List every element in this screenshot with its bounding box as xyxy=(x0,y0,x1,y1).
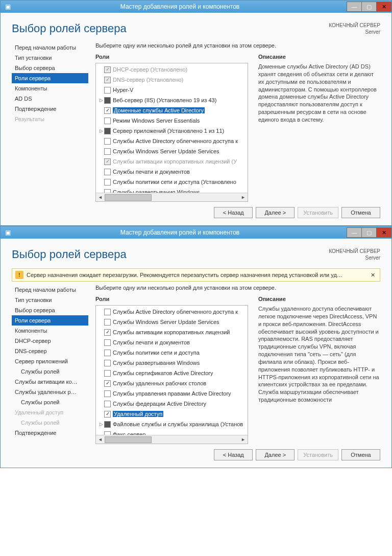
role-checkbox[interactable] xyxy=(104,118,111,124)
role-row[interactable]: Службы управления правами Active Directo… xyxy=(98,388,248,399)
next-button[interactable]: Далее > xyxy=(256,207,295,218)
role-checkbox[interactable] xyxy=(104,339,111,346)
role-row[interactable]: ▷Веб-сервер (IIS) (Установлено 19 из 43) xyxy=(98,95,248,105)
role-checkbox[interactable] xyxy=(104,360,111,366)
scroll-thumb[interactable] xyxy=(105,436,152,443)
cancel-button[interactable]: Отмена xyxy=(341,207,380,218)
scroll-left-icon[interactable]: ◄ xyxy=(96,193,105,202)
expand-icon[interactable]: ▷ xyxy=(98,422,104,427)
scroll-left-icon[interactable]: ◄ xyxy=(96,435,105,444)
app-icon: ▣ xyxy=(3,227,13,238)
titlebar[interactable]: ▣ Мастер добавления ролей и компонентов … xyxy=(1,226,391,239)
role-checkbox[interactable] xyxy=(104,421,111,428)
nav-item[interactable]: Перед началом работы xyxy=(12,42,88,53)
role-row[interactable]: Службы удаленных рабочих столов xyxy=(98,378,248,388)
role-row[interactable]: Службы печати и документов xyxy=(98,167,248,177)
role-checkbox[interactable] xyxy=(104,169,111,175)
nav-item[interactable]: AD DS xyxy=(12,94,88,104)
role-checkbox[interactable] xyxy=(104,390,111,397)
titlebar[interactable]: ▣ Мастер добавления ролей и компонентов … xyxy=(1,1,391,13)
role-row[interactable]: Службы активации корпоративных лицензий xyxy=(98,327,248,337)
nav-item[interactable]: Тип установки xyxy=(12,53,88,63)
role-checkbox[interactable] xyxy=(104,319,111,326)
role-row[interactable]: ▷Сервер приложений (Установлено 1 из 11) xyxy=(98,126,248,136)
horizontal-scrollbar[interactable]: ◄ ► xyxy=(96,193,248,201)
role-checkbox[interactable] xyxy=(104,107,111,114)
role-row[interactable]: Службы Windows Server Update Services xyxy=(98,317,248,327)
nav-item[interactable]: DNS-сервер xyxy=(12,346,88,356)
role-row[interactable]: Службы политики сети и доступа xyxy=(98,348,248,358)
role-row[interactable]: Удаленный доступ xyxy=(98,409,248,419)
maximize-button[interactable]: ▢ xyxy=(361,227,377,238)
role-checkbox[interactable] xyxy=(104,179,111,186)
warning-close-icon[interactable]: ✕ xyxy=(369,271,377,279)
nav-item[interactable]: Тип установки xyxy=(12,295,88,305)
nav-item[interactable]: Подтверждение xyxy=(12,104,88,114)
cancel-button[interactable]: Отмена xyxy=(341,449,380,460)
nav-item[interactable]: Подтверждение xyxy=(12,428,88,438)
nav-item[interactable]: Службы удаленных р… xyxy=(12,387,88,397)
minimize-button[interactable]: — xyxy=(347,2,362,12)
role-checkbox[interactable] xyxy=(104,401,111,407)
next-button[interactable]: Далее > xyxy=(256,449,295,460)
role-checkbox[interactable] xyxy=(104,66,111,73)
roles-listbox[interactable]: Службы Active Directory облегченного дос… xyxy=(95,305,248,444)
nav-item[interactable]: Роли сервера xyxy=(12,73,88,83)
role-checkbox[interactable] xyxy=(104,128,111,134)
nav-item[interactable]: Сервер приложений xyxy=(12,356,88,366)
role-row[interactable]: Службы Active Directory облегченного дос… xyxy=(98,307,248,317)
role-row[interactable]: Службы политики сети и доступа (Установл… xyxy=(98,177,248,187)
nav-item[interactable]: DHCP-сервер xyxy=(12,336,88,346)
scroll-right-icon[interactable]: ► xyxy=(239,193,248,202)
role-checkbox[interactable] xyxy=(104,329,111,336)
role-row[interactable]: Доменные службы Active Directory xyxy=(98,105,248,115)
role-checkbox[interactable] xyxy=(104,148,111,155)
roles-listbox[interactable]: DHCP-сервер (Установлено)DNS-сервер (Уст… xyxy=(95,63,248,202)
scroll-right-icon[interactable]: ► xyxy=(239,435,248,444)
nav-item[interactable]: Выбор сервера xyxy=(12,63,88,73)
role-checkbox[interactable] xyxy=(104,309,111,315)
close-button[interactable]: ✕ xyxy=(376,2,391,12)
expand-icon[interactable]: ▷ xyxy=(98,128,104,133)
nav-item[interactable]: Роли сервера xyxy=(12,315,88,326)
role-checkbox[interactable] xyxy=(104,97,111,104)
horizontal-scrollbar[interactable]: ◄ ► xyxy=(96,435,248,444)
scroll-thumb[interactable] xyxy=(105,194,152,201)
role-row[interactable]: Службы развертывания Windows xyxy=(98,358,248,368)
role-row[interactable]: ▷Файловые службы и службы хранилища (Уст… xyxy=(98,419,248,429)
nav-item[interactable]: Службы ролей xyxy=(12,366,88,377)
wizard-window-1: ▣ Мастер добавления ролей и компонентов … xyxy=(0,0,392,226)
role-checkbox[interactable] xyxy=(104,350,111,356)
role-checkbox[interactable] xyxy=(104,87,111,94)
role-row[interactable]: DHCP-сервер (Установлено) xyxy=(98,64,248,75)
minimize-button[interactable]: — xyxy=(347,227,362,238)
nav-item[interactable]: Службы ролей xyxy=(12,397,88,407)
role-checkbox[interactable] xyxy=(104,380,111,387)
role-row[interactable]: DNS-сервер (Установлено) xyxy=(98,75,248,85)
nav-item[interactable]: Службы активации ко… xyxy=(12,377,88,387)
role-row[interactable]: Службы Active Directory облегченного дос… xyxy=(98,136,248,146)
role-row[interactable]: Режим Windows Server Essentials xyxy=(98,115,248,126)
maximize-button[interactable]: ▢ xyxy=(361,2,377,12)
back-button[interactable]: < Назад xyxy=(214,449,253,460)
role-row[interactable]: Службы активации корпоративных лицензий … xyxy=(98,156,248,167)
role-checkbox[interactable] xyxy=(104,158,111,165)
role-checkbox[interactable] xyxy=(104,77,111,83)
role-row[interactable]: Службы Windows Server Update Services xyxy=(98,146,248,156)
close-button[interactable]: ✕ xyxy=(376,227,391,238)
back-button[interactable]: < Назад xyxy=(214,207,253,218)
nav-item[interactable]: Компоненты xyxy=(12,326,88,336)
nav-item[interactable]: Компоненты xyxy=(12,83,88,94)
nav-item[interactable]: Выбор сервера xyxy=(12,305,88,315)
role-row[interactable]: Hyper-V xyxy=(98,85,248,95)
description-text: Доменные службы Active Directory (AD DS)… xyxy=(258,63,380,202)
role-row[interactable]: Службы печати и документов xyxy=(98,337,248,348)
role-row[interactable]: Службы сертификатов Active Directory xyxy=(98,368,248,378)
role-checkbox[interactable] xyxy=(104,370,111,377)
nav-item[interactable]: Перед началом работы xyxy=(12,285,88,295)
role-label: Службы Active Directory облегченного дос… xyxy=(113,138,238,144)
expand-icon[interactable]: ▷ xyxy=(98,98,104,103)
role-checkbox[interactable] xyxy=(104,138,111,145)
role-row[interactable]: Службы федерации Active Directory xyxy=(98,399,248,409)
role-checkbox[interactable] xyxy=(104,411,111,418)
